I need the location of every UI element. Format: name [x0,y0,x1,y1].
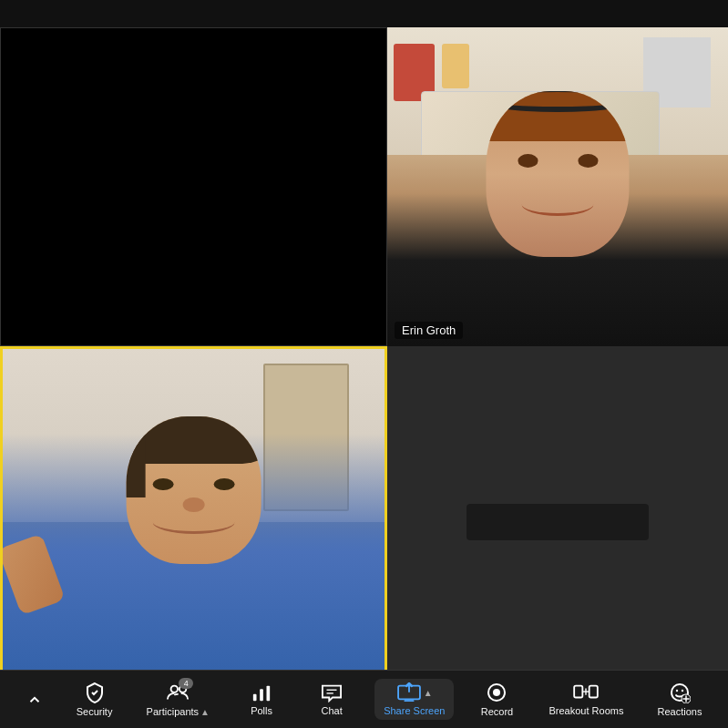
polls-icon [251,682,272,702]
erin-video-bg: 🦕🐋🐘🐊🐻 [387,27,728,346]
svg-rect-6 [260,689,263,701]
reactions-label: Reactions [657,706,702,717]
participants-caret: ▲ [200,707,210,717]
redacted-name [467,504,649,540]
chat-label: Chat [321,705,342,716]
participants-label: Participants [147,706,199,717]
chat-icon [321,682,343,702]
share-screen-icon [396,682,422,702]
shield-icon [84,682,106,703]
video-grid: 🦕🐋🐘🐊🐻 Erin Groth [0,27,728,697]
breakout-icon [573,682,599,702]
chat-button[interactable]: Chat [304,679,359,720]
participants-count: 4 [179,678,193,689]
svg-rect-7 [267,686,271,702]
top-bar [0,0,728,27]
polls-button[interactable]: Polls [234,679,289,720]
svg-point-19 [676,690,678,692]
share-screen-label: Share Screen [384,705,445,716]
record-label: Record [481,706,513,717]
video-tile-erin: 🦕🐋🐘🐊🐻 Erin Groth [387,27,728,346]
security-button[interactable]: Security [67,678,122,721]
svg-point-20 [682,690,683,692]
breakout-rooms-button[interactable]: Breakout Rooms [540,679,633,720]
svg-rect-14 [575,686,583,698]
boy-video-bg [0,346,387,697]
share-screen-caret: ▲ [424,688,433,698]
erin-name-tag: Erin Groth [395,322,463,339]
video-tile-boy [0,346,387,697]
svg-rect-5 [253,694,257,701]
video-tile-dark [387,346,728,697]
record-icon [486,682,508,703]
reactions-icon [669,682,691,703]
svg-point-3 [171,686,178,692]
reactions-button[interactable]: Reactions [648,678,711,721]
polls-label: Polls [251,705,272,716]
svg-point-13 [493,689,500,696]
more-button[interactable] [17,688,52,712]
security-label: Security [77,706,113,717]
breakout-label: Breakout Rooms [549,705,624,716]
participants-button[interactable]: 4 Participants ▲ [138,678,219,721]
svg-rect-15 [590,686,598,698]
video-tile-black [0,27,387,346]
share-screen-button[interactable]: ▲ Share Screen [374,679,454,720]
record-button[interactable]: Record [469,678,524,721]
toolbar: Security 4 Participants ▲ [0,670,728,728]
